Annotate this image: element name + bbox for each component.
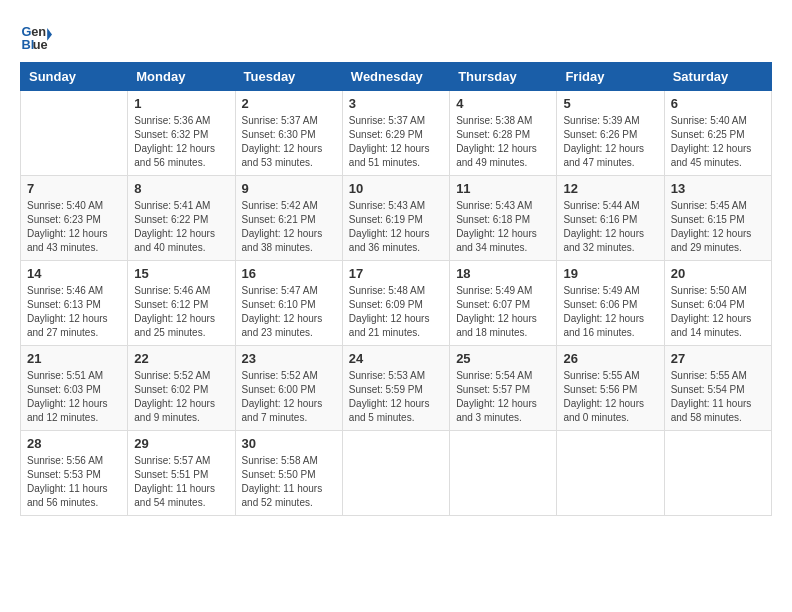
day-number: 21 bbox=[27, 351, 121, 366]
day-info: Sunrise: 5:56 AM Sunset: 5:53 PM Dayligh… bbox=[27, 454, 121, 510]
day-number: 11 bbox=[456, 181, 550, 196]
day-number: 29 bbox=[134, 436, 228, 451]
day-number: 10 bbox=[349, 181, 443, 196]
day-info: Sunrise: 5:36 AM Sunset: 6:32 PM Dayligh… bbox=[134, 114, 228, 170]
calendar-cell: 24Sunrise: 5:53 AM Sunset: 5:59 PM Dayli… bbox=[342, 346, 449, 431]
day-info: Sunrise: 5:55 AM Sunset: 5:56 PM Dayligh… bbox=[563, 369, 657, 425]
day-info: Sunrise: 5:44 AM Sunset: 6:16 PM Dayligh… bbox=[563, 199, 657, 255]
day-number: 13 bbox=[671, 181, 765, 196]
day-number: 22 bbox=[134, 351, 228, 366]
day-of-week-header: Wednesday bbox=[342, 63, 449, 91]
day-number: 4 bbox=[456, 96, 550, 111]
day-number: 15 bbox=[134, 266, 228, 281]
day-info: Sunrise: 5:52 AM Sunset: 6:00 PM Dayligh… bbox=[242, 369, 336, 425]
day-number: 19 bbox=[563, 266, 657, 281]
day-number: 3 bbox=[349, 96, 443, 111]
day-info: Sunrise: 5:43 AM Sunset: 6:19 PM Dayligh… bbox=[349, 199, 443, 255]
day-info: Sunrise: 5:45 AM Sunset: 6:15 PM Dayligh… bbox=[671, 199, 765, 255]
day-number: 28 bbox=[27, 436, 121, 451]
calendar-cell: 20Sunrise: 5:50 AM Sunset: 6:04 PM Dayli… bbox=[664, 261, 771, 346]
day-info: Sunrise: 5:49 AM Sunset: 6:06 PM Dayligh… bbox=[563, 284, 657, 340]
calendar-cell: 28Sunrise: 5:56 AM Sunset: 5:53 PM Dayli… bbox=[21, 431, 128, 516]
calendar-cell: 21Sunrise: 5:51 AM Sunset: 6:03 PM Dayli… bbox=[21, 346, 128, 431]
day-info: Sunrise: 5:50 AM Sunset: 6:04 PM Dayligh… bbox=[671, 284, 765, 340]
calendar-body: 1Sunrise: 5:36 AM Sunset: 6:32 PM Daylig… bbox=[21, 91, 772, 516]
calendar-cell: 8Sunrise: 5:41 AM Sunset: 6:22 PM Daylig… bbox=[128, 176, 235, 261]
calendar-cell: 22Sunrise: 5:52 AM Sunset: 6:02 PM Dayli… bbox=[128, 346, 235, 431]
calendar-table: SundayMondayTuesdayWednesdayThursdayFrid… bbox=[20, 62, 772, 516]
calendar-cell: 16Sunrise: 5:47 AM Sunset: 6:10 PM Dayli… bbox=[235, 261, 342, 346]
calendar-cell: 18Sunrise: 5:49 AM Sunset: 6:07 PM Dayli… bbox=[450, 261, 557, 346]
day-info: Sunrise: 5:37 AM Sunset: 6:29 PM Dayligh… bbox=[349, 114, 443, 170]
calendar-cell bbox=[342, 431, 449, 516]
day-info: Sunrise: 5:55 AM Sunset: 5:54 PM Dayligh… bbox=[671, 369, 765, 425]
calendar-week-row: 14Sunrise: 5:46 AM Sunset: 6:13 PM Dayli… bbox=[21, 261, 772, 346]
day-info: Sunrise: 5:46 AM Sunset: 6:13 PM Dayligh… bbox=[27, 284, 121, 340]
day-number: 25 bbox=[456, 351, 550, 366]
calendar-cell: 29Sunrise: 5:57 AM Sunset: 5:51 PM Dayli… bbox=[128, 431, 235, 516]
calendar-cell: 26Sunrise: 5:55 AM Sunset: 5:56 PM Dayli… bbox=[557, 346, 664, 431]
calendar-cell: 10Sunrise: 5:43 AM Sunset: 6:19 PM Dayli… bbox=[342, 176, 449, 261]
day-number: 8 bbox=[134, 181, 228, 196]
calendar-header-row: SundayMondayTuesdayWednesdayThursdayFrid… bbox=[21, 63, 772, 91]
day-number: 2 bbox=[242, 96, 336, 111]
day-of-week-header: Saturday bbox=[664, 63, 771, 91]
calendar-cell: 6Sunrise: 5:40 AM Sunset: 6:25 PM Daylig… bbox=[664, 91, 771, 176]
calendar-cell: 1Sunrise: 5:36 AM Sunset: 6:32 PM Daylig… bbox=[128, 91, 235, 176]
calendar-cell bbox=[21, 91, 128, 176]
day-info: Sunrise: 5:41 AM Sunset: 6:22 PM Dayligh… bbox=[134, 199, 228, 255]
day-info: Sunrise: 5:40 AM Sunset: 6:23 PM Dayligh… bbox=[27, 199, 121, 255]
day-info: Sunrise: 5:48 AM Sunset: 6:09 PM Dayligh… bbox=[349, 284, 443, 340]
day-number: 17 bbox=[349, 266, 443, 281]
calendar-week-row: 28Sunrise: 5:56 AM Sunset: 5:53 PM Dayli… bbox=[21, 431, 772, 516]
day-of-week-header: Thursday bbox=[450, 63, 557, 91]
logo-icon: G en Bl ue bbox=[20, 20, 52, 52]
day-number: 23 bbox=[242, 351, 336, 366]
day-number: 7 bbox=[27, 181, 121, 196]
day-of-week-header: Friday bbox=[557, 63, 664, 91]
day-number: 30 bbox=[242, 436, 336, 451]
day-number: 27 bbox=[671, 351, 765, 366]
day-number: 12 bbox=[563, 181, 657, 196]
calendar-week-row: 1Sunrise: 5:36 AM Sunset: 6:32 PM Daylig… bbox=[21, 91, 772, 176]
day-info: Sunrise: 5:58 AM Sunset: 5:50 PM Dayligh… bbox=[242, 454, 336, 510]
day-info: Sunrise: 5:40 AM Sunset: 6:25 PM Dayligh… bbox=[671, 114, 765, 170]
calendar-cell: 15Sunrise: 5:46 AM Sunset: 6:12 PM Dayli… bbox=[128, 261, 235, 346]
calendar-cell: 3Sunrise: 5:37 AM Sunset: 6:29 PM Daylig… bbox=[342, 91, 449, 176]
logo: G en Bl ue bbox=[20, 20, 56, 52]
day-info: Sunrise: 5:37 AM Sunset: 6:30 PM Dayligh… bbox=[242, 114, 336, 170]
day-number: 26 bbox=[563, 351, 657, 366]
day-of-week-header: Sunday bbox=[21, 63, 128, 91]
calendar-cell: 4Sunrise: 5:38 AM Sunset: 6:28 PM Daylig… bbox=[450, 91, 557, 176]
calendar-cell: 23Sunrise: 5:52 AM Sunset: 6:00 PM Dayli… bbox=[235, 346, 342, 431]
day-info: Sunrise: 5:38 AM Sunset: 6:28 PM Dayligh… bbox=[456, 114, 550, 170]
calendar-cell: 25Sunrise: 5:54 AM Sunset: 5:57 PM Dayli… bbox=[450, 346, 557, 431]
calendar-cell: 14Sunrise: 5:46 AM Sunset: 6:13 PM Dayli… bbox=[21, 261, 128, 346]
calendar-week-row: 7Sunrise: 5:40 AM Sunset: 6:23 PM Daylig… bbox=[21, 176, 772, 261]
calendar-cell: 2Sunrise: 5:37 AM Sunset: 6:30 PM Daylig… bbox=[235, 91, 342, 176]
day-info: Sunrise: 5:53 AM Sunset: 5:59 PM Dayligh… bbox=[349, 369, 443, 425]
day-info: Sunrise: 5:43 AM Sunset: 6:18 PM Dayligh… bbox=[456, 199, 550, 255]
day-info: Sunrise: 5:49 AM Sunset: 6:07 PM Dayligh… bbox=[456, 284, 550, 340]
day-number: 9 bbox=[242, 181, 336, 196]
calendar-cell: 9Sunrise: 5:42 AM Sunset: 6:21 PM Daylig… bbox=[235, 176, 342, 261]
day-info: Sunrise: 5:51 AM Sunset: 6:03 PM Dayligh… bbox=[27, 369, 121, 425]
day-info: Sunrise: 5:47 AM Sunset: 6:10 PM Dayligh… bbox=[242, 284, 336, 340]
calendar-cell: 12Sunrise: 5:44 AM Sunset: 6:16 PM Dayli… bbox=[557, 176, 664, 261]
calendar-cell: 17Sunrise: 5:48 AM Sunset: 6:09 PM Dayli… bbox=[342, 261, 449, 346]
calendar-cell: 27Sunrise: 5:55 AM Sunset: 5:54 PM Dayli… bbox=[664, 346, 771, 431]
calendar-cell: 30Sunrise: 5:58 AM Sunset: 5:50 PM Dayli… bbox=[235, 431, 342, 516]
day-info: Sunrise: 5:46 AM Sunset: 6:12 PM Dayligh… bbox=[134, 284, 228, 340]
day-number: 20 bbox=[671, 266, 765, 281]
day-number: 24 bbox=[349, 351, 443, 366]
day-info: Sunrise: 5:42 AM Sunset: 6:21 PM Dayligh… bbox=[242, 199, 336, 255]
calendar-cell bbox=[450, 431, 557, 516]
calendar-cell bbox=[664, 431, 771, 516]
day-info: Sunrise: 5:39 AM Sunset: 6:26 PM Dayligh… bbox=[563, 114, 657, 170]
day-number: 14 bbox=[27, 266, 121, 281]
day-number: 18 bbox=[456, 266, 550, 281]
day-number: 16 bbox=[242, 266, 336, 281]
day-number: 5 bbox=[563, 96, 657, 111]
page-header: G en Bl ue bbox=[20, 20, 772, 52]
svg-marker-4 bbox=[47, 28, 52, 41]
